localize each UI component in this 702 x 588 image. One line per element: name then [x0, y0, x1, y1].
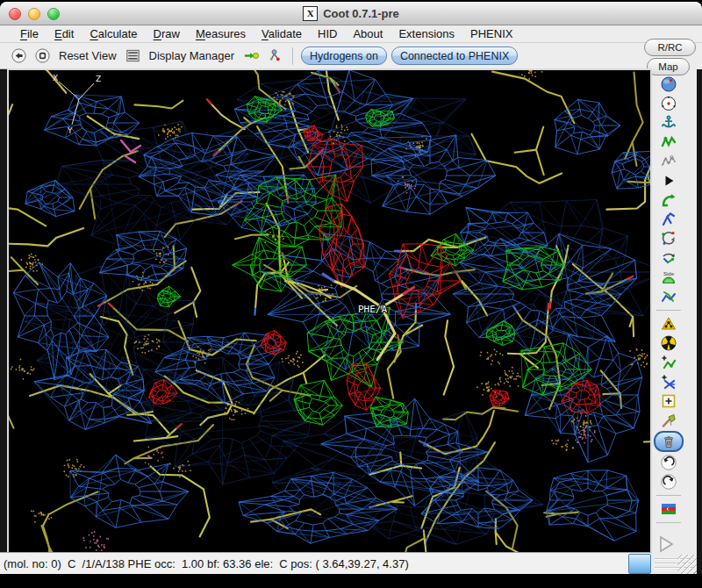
rail-separator	[656, 310, 681, 311]
display-manager-label: Display Manager	[147, 49, 238, 62]
toolbar-separator	[292, 47, 293, 65]
menu-about[interactable]: About	[345, 27, 390, 40]
map-button[interactable]: Map	[647, 58, 690, 75]
modelling-toolbar: Side	[653, 75, 684, 526]
window-edge-left	[0, 69, 7, 552]
status-text: (mol. no: 0) C /1/A/138 PHE occ: 1.00 bf…	[0, 557, 409, 570]
side-chain-flip-icon[interactable]: Side	[657, 269, 680, 286]
title-area: X Coot 0.7.1-pre	[0, 2, 702, 25]
phenix-connection-button[interactable]: Connected to PHENIX	[391, 47, 518, 65]
history-back-icon[interactable]	[9, 47, 28, 66]
flip-peptide-icon[interactable]	[657, 249, 680, 267]
menu-extensions[interactable]: Extensions	[390, 27, 462, 40]
svg-text:Z: Z	[96, 75, 101, 83]
rotamers-icon[interactable]	[657, 211, 680, 228]
reset-view-button[interactable]: Reset View	[56, 49, 119, 62]
clear-picks-icon[interactable]	[657, 412, 680, 429]
delete-item-icon[interactable]	[654, 431, 684, 452]
menu-phenix[interactable]: PHENIX	[462, 27, 520, 40]
refine-target-icon[interactable]	[657, 95, 680, 112]
menu-calculate[interactable]: Calculate	[82, 27, 145, 40]
menu-hid[interactable]: HID	[310, 27, 345, 40]
rail-separator	[656, 495, 681, 496]
residue-label: PHE/A	[358, 304, 387, 315]
rail-separator	[656, 522, 681, 523]
screen: X Coot 0.7.1-pre FileEditCalculateDrawMe…	[0, 0, 702, 588]
ligand-molecule-icon[interactable]	[265, 47, 284, 66]
gl-canvas[interactable]: XZYPHE/A	[9, 70, 650, 552]
ligand-builder-icon[interactable]	[657, 500, 680, 518]
display-manager-icon	[124, 47, 143, 66]
edit-chi-angles-icon[interactable]	[657, 230, 680, 247]
real-space-refine-icon[interactable]	[657, 133, 680, 151]
svg-text:X: X	[53, 74, 58, 82]
svg-text:Y: Y	[67, 126, 73, 135]
scrollbar-thumb[interactable]	[628, 554, 651, 574]
gl-canvas-frame: XZYPHE/A	[7, 68, 652, 554]
auto-fit-rotamer-icon[interactable]	[657, 191, 680, 209]
backbone-torsion-icon[interactable]	[657, 288, 680, 305]
x11-icon: X	[303, 6, 318, 21]
window-edge-right	[697, 69, 702, 574]
titlebar[interactable]: X Coot 0.7.1-pre	[0, 2, 702, 25]
menu-file[interactable]: File	[12, 27, 47, 40]
add-alt-conf-icon[interactable]	[657, 373, 680, 391]
add-terminal-residue-icon[interactable]	[657, 354, 680, 371]
undo-icon[interactable]	[657, 454, 680, 471]
go-to-atom-icon[interactable]	[241, 47, 261, 66]
menu-edit[interactable]: Edit	[47, 27, 82, 40]
display-manager-button[interactable]: Display Manager	[124, 47, 238, 66]
svg-text:Side: Side	[663, 271, 675, 276]
mutate-autofit-icon[interactable]	[657, 334, 680, 352]
rrc-button[interactable]: R/RC	[644, 39, 696, 56]
hydrogens-toggle-button[interactable]: Hydrogens on	[301, 47, 387, 65]
window-title: Coot 0.7.1-pre	[323, 7, 399, 20]
resize-grip[interactable]	[677, 555, 697, 574]
recentre-target-icon[interactable]	[32, 47, 52, 66]
place-atom-icon[interactable]	[657, 392, 680, 410]
regularize-zone-icon[interactable]	[657, 153, 680, 170]
toolbar: Reset View Display Manager Hydrogens on …	[0, 43, 648, 69]
rigid-body-fit-icon[interactable]	[657, 172, 680, 190]
menu-validate[interactable]: Validate	[254, 27, 310, 40]
refine-sphere-icon[interactable]	[657, 75, 680, 93]
simple-mutate-icon[interactable]	[657, 315, 680, 333]
menu-bar: FileEditCalculateDrawMeasuresValidateHID…	[0, 25, 702, 43]
fixed-atoms-anchor-icon[interactable]	[657, 114, 680, 132]
redo-icon[interactable]	[657, 473, 680, 491]
menu-draw[interactable]: Draw	[146, 27, 188, 40]
coot-window: X Coot 0.7.1-pre FileEditCalculateDrawMe…	[0, 2, 702, 574]
status-bar: (mol. no: 0) C /1/A/138 PHE occ: 1.00 bf…	[0, 552, 651, 574]
expand-triangle-icon[interactable]	[655, 533, 677, 556]
menu-measures[interactable]: Measures	[188, 27, 254, 40]
